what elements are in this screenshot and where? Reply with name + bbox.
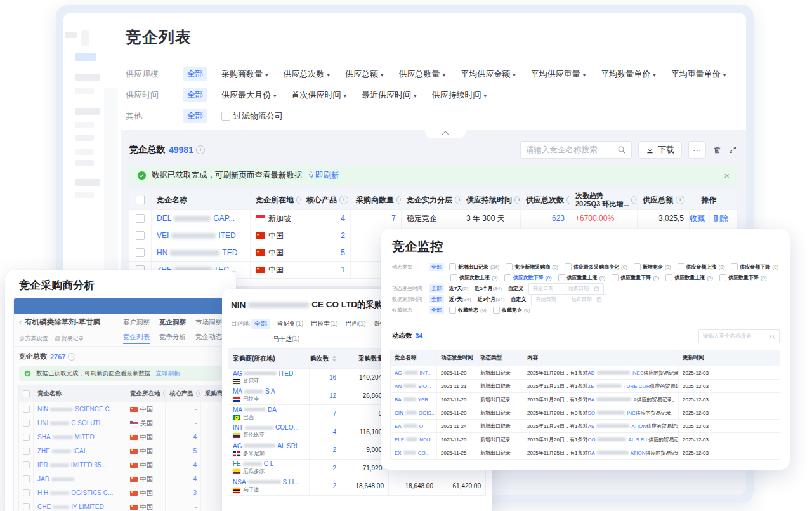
quick-range-option[interactable]: 近7天(0) xyxy=(449,285,468,292)
monitor-type-option[interactable]: 供应数量下降(0) xyxy=(719,274,767,281)
monitor-type-option[interactable]: 收藏动态(0) xyxy=(449,307,487,314)
company-name-cell[interactable]: CINOGIS... xyxy=(391,406,436,419)
checkbox-icon[interactable] xyxy=(634,263,641,270)
buyer-name-cell[interactable]: AGITED肯尼亚 xyxy=(228,369,309,387)
subtab-竞企列表[interactable]: 竞企列表 xyxy=(123,333,150,344)
row-checkbox[interactable] xyxy=(23,448,30,455)
checkbox-icon[interactable] xyxy=(506,263,513,270)
row-checkbox[interactable] xyxy=(23,503,30,510)
filter-checkbox[interactable]: 过滤物流公司 xyxy=(221,110,283,122)
subtab-竞企动态[interactable]: 竞企动态 xyxy=(195,333,222,344)
panel-toolbar-item[interactable]: ▤贸易记录 xyxy=(55,335,84,343)
filter-dropdown[interactable]: 首次供应时间 xyxy=(292,90,347,101)
row-checkbox[interactable] xyxy=(136,231,145,240)
filter-all-chip[interactable]: 全部 xyxy=(429,284,444,293)
favorite-link[interactable]: 收藏 xyxy=(690,213,705,224)
row-checkbox[interactable] xyxy=(23,475,30,482)
quick-range-option[interactable]: 近7天(34) xyxy=(449,296,471,303)
filter-dropdown[interactable]: 供应最大月份 xyxy=(221,90,277,101)
company-name-cell[interactable]: SHAMITED xyxy=(33,430,126,444)
company-name-cell[interactable]: NINSCIENCE C... xyxy=(33,402,126,416)
monitor-type-option[interactable]: 新增竞企(0) xyxy=(634,263,671,270)
custom-range-label[interactable]: 自定义 xyxy=(508,285,523,292)
buyer-name-cell[interactable]: MAS A巴拉圭 xyxy=(228,387,309,405)
back-icon[interactable]: ‹ xyxy=(19,317,22,327)
table-row[interactable]: CHEIY LIMITED中国- xyxy=(19,500,222,511)
filter-dropdown[interactable]: 供应总数量 xyxy=(399,69,446,80)
more-button[interactable]: ⋯ xyxy=(688,141,706,159)
row-checkbox[interactable] xyxy=(23,406,30,413)
delete-link[interactable]: 删除 xyxy=(713,213,728,224)
buyer-name-cell[interactable]: FEC L厄瓜多尔 xyxy=(228,460,309,477)
row-checkbox[interactable] xyxy=(136,248,145,257)
company-name-cell[interactable]: VEIITED xyxy=(151,227,250,244)
checkbox-icon[interactable] xyxy=(493,307,500,314)
panel-toolbar-item[interactable]: ◎方案设置 xyxy=(19,335,48,343)
table-row[interactable]: AGINT...2025-11-20新增出口记录2025年11月20日，有1条对… xyxy=(391,366,780,380)
filter-dropdown[interactable]: 平均供应金额 xyxy=(461,69,516,80)
date-range-input[interactable]: 开始日期→结束日期 xyxy=(531,294,606,305)
monitor-type-option[interactable]: 供应次数下降(0) xyxy=(504,274,552,281)
filter-all-chip[interactable]: 全部 xyxy=(183,67,207,81)
table-row[interactable]: UNIC SOLUTI...美国- xyxy=(19,416,222,430)
monitor-type-option[interactable]: 供应数量上涨(0) xyxy=(665,274,713,281)
monitor-type-option[interactable]: 供应重量下降(0) xyxy=(612,274,659,281)
checkbox-icon[interactable] xyxy=(731,263,738,270)
company-name-cell[interactable]: CHEIY LIMITED xyxy=(33,500,126,511)
select-all-checkbox[interactable] xyxy=(23,390,30,397)
company-name-cell[interactable]: ZHEICAL xyxy=(33,444,126,458)
monitor-type-option[interactable]: 供应金额下降(0) xyxy=(731,263,778,270)
company-name-cell[interactable]: H HOGISTICS C... xyxy=(33,486,126,500)
table-row[interactable]: H HOGISTICS C...中国3 xyxy=(19,486,222,500)
table-row[interactable]: BAYER ...2025-11-20新增出口记录2025年11月20日，有1条… xyxy=(391,393,780,406)
filter-all-chip[interactable]: 全部 xyxy=(429,263,444,271)
delete-icon[interactable] xyxy=(712,145,722,155)
company-name-cell[interactable]: BAYER ... xyxy=(391,393,436,406)
monitor-type-option[interactable]: 供应最多采购商变化(0) xyxy=(565,263,627,270)
company-name-cell[interactable]: ANBIO... xyxy=(391,380,436,392)
table-row[interactable]: ZHEICAL中国5 xyxy=(19,444,222,458)
custom-range-label[interactable]: 自定义 xyxy=(511,296,526,303)
subtab-竞争分析[interactable]: 竞争分析 xyxy=(159,333,186,344)
company-name-cell[interactable]: EAO xyxy=(391,420,436,432)
destination-option[interactable]: 乌干达(1) xyxy=(273,335,299,343)
monitor-type-option[interactable]: 供应重量上涨(0) xyxy=(558,274,606,281)
search-input[interactable]: 请输入竞企名称搜索 xyxy=(520,141,632,159)
company-name-cell[interactable]: UNIC SOLUTI... xyxy=(33,416,126,430)
filter-all-chip[interactable]: 全部 xyxy=(183,109,207,123)
filter-dropdown[interactable]: 供应持续时间 xyxy=(432,90,487,101)
monitor-type-option[interactable]: 竞企新增采购商(0) xyxy=(506,263,558,270)
checkbox-icon[interactable] xyxy=(504,274,511,281)
checkbox-icon[interactable] xyxy=(558,274,565,281)
company-name-cell[interactable]: DELGAP... xyxy=(151,210,250,227)
filter-dropdown[interactable]: 最近供应时间 xyxy=(362,90,417,101)
filter-dropdown[interactable]: 采购商数量 xyxy=(221,69,268,80)
table-row[interactable]: CINOGIS...2025-11-20新增出口记录2025年11月20日，有3… xyxy=(391,406,780,420)
tab-竞企洞察[interactable]: 竞企洞察 xyxy=(159,318,186,327)
quick-range-option[interactable]: 近1个月(34) xyxy=(475,285,502,292)
checkbox-icon[interactable] xyxy=(565,263,572,270)
tab-市场洞察[interactable]: 市场洞察 xyxy=(195,318,222,327)
checkbox-icon[interactable] xyxy=(719,274,726,281)
monitor-search-input[interactable]: 请输入竞企名称搜索 xyxy=(698,329,780,343)
filter-all-chip[interactable]: 全部 xyxy=(429,306,444,314)
row-checkbox[interactable] xyxy=(23,420,30,427)
tab-客户洞察[interactable]: 客户洞察 xyxy=(123,318,150,327)
filter-dropdown[interactable]: 供应总额 xyxy=(345,69,384,80)
buyer-name-cell[interactable]: MADA巴西 xyxy=(228,405,309,423)
row-checkbox[interactable] xyxy=(23,434,30,441)
monitor-type-option[interactable]: 新增出口记录(34) xyxy=(449,263,499,270)
buyer-name-cell[interactable]: NSAS LI...乌干达 xyxy=(228,477,309,495)
checkbox-icon[interactable] xyxy=(449,263,456,270)
table-row[interactable]: NINSCIENCE C...中国- xyxy=(19,402,222,416)
company-name-cell[interactable]: JAD xyxy=(33,472,126,486)
company-name-cell[interactable]: IPRIMITED 35... xyxy=(33,458,126,472)
select-all-checkbox[interactable] xyxy=(136,196,145,204)
download-button[interactable]: 下载 xyxy=(638,141,682,159)
checkbox-icon[interactable] xyxy=(665,274,672,281)
refresh-link[interactable]: 立即刷新 xyxy=(308,170,339,181)
buyer-name-cell[interactable]: INTCOLO...哥伦比亚 xyxy=(228,423,309,441)
checkbox-icon[interactable] xyxy=(612,274,619,281)
sort-icon[interactable] xyxy=(332,355,336,362)
monitor-type-option[interactable]: 收藏竞企(0) xyxy=(493,307,530,314)
